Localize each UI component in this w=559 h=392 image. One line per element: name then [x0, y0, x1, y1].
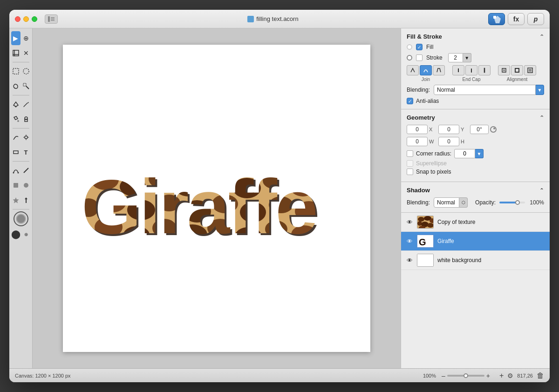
- geometry-chevron[interactable]: ⌃: [539, 115, 544, 121]
- stroke-number[interactable]: 2: [448, 53, 463, 62]
- svg-point-18: [25, 136, 27, 139]
- lasso-tool[interactable]: [11, 79, 20, 93]
- circle-select-tool[interactable]: [21, 64, 31, 78]
- layer-eye-white-background[interactable]: 👁: [406, 257, 413, 264]
- antialias-checkbox[interactable]: ✓: [407, 98, 413, 104]
- rect-tool[interactable]: [11, 145, 20, 159]
- sidebar-toggle-button[interactable]: [45, 14, 58, 24]
- line-tool[interactable]: [21, 163, 31, 177]
- canvas-area[interactable]: Giraffe Giraffe: [33, 28, 401, 368]
- endcap-round-btn[interactable]: [465, 65, 477, 75]
- stroke-arrow[interactable]: ▼: [463, 53, 471, 62]
- select-tool[interactable]: ▶: [11, 31, 20, 45]
- pen-tool[interactable]: [11, 97, 20, 111]
- shadow-blending-arrow[interactable]: ⬡: [459, 197, 468, 208]
- maximize-button[interactable]: [32, 16, 37, 22]
- crop-tool[interactable]: [11, 46, 20, 60]
- p-tool-button[interactable]: p: [527, 13, 544, 25]
- zoom-tool[interactable]: ⊕: [21, 31, 31, 45]
- shape-circle-tool[interactable]: [21, 178, 31, 192]
- antialias-row: ✓ Anti-alias: [407, 98, 544, 104]
- stroke-checkbox[interactable]: [416, 54, 423, 61]
- tool-row-7: [11, 130, 31, 144]
- close-button[interactable]: [15, 16, 20, 22]
- pencil-tool[interactable]: [21, 97, 31, 111]
- shape-tool-button[interactable]: [488, 13, 505, 25]
- y-group: Y: [438, 125, 466, 134]
- layer-eye-giraffe[interactable]: 👁: [406, 237, 413, 245]
- bezier-tool[interactable]: [11, 163, 20, 177]
- corner-radius-label: Corner radius:: [416, 150, 451, 157]
- layer-copy-texture[interactable]: 👁 Copy of texture: [401, 213, 550, 232]
- magic-wand-tool[interactable]: [21, 79, 31, 93]
- align-center-btn[interactable]: [511, 65, 523, 75]
- corner-radius-row: Corner radius: ▼: [407, 149, 544, 158]
- zoom-minus-btn[interactable]: –: [442, 372, 445, 379]
- svg-rect-85: [529, 69, 532, 72]
- join-section: Join: [407, 65, 544, 82]
- paintbucket-tool[interactable]: [11, 112, 20, 126]
- h-input[interactable]: [438, 137, 459, 146]
- superellipse-checkbox[interactable]: [407, 160, 413, 167]
- blending-arrow[interactable]: ▼: [536, 85, 544, 95]
- x-input[interactable]: [407, 125, 428, 134]
- text-tool[interactable]: T: [21, 145, 31, 159]
- zoom-slider-thumb[interactable]: [464, 373, 468, 378]
- align-inside-btn[interactable]: [498, 65, 510, 75]
- layer-giraffe[interactable]: 👁 G Giraffe: [401, 232, 550, 251]
- zoom-slider[interactable]: [447, 375, 484, 377]
- geometry-title: Geometry: [407, 114, 435, 121]
- endcap-butt-btn[interactable]: [452, 65, 464, 75]
- shadow-opacity-thumb[interactable]: [515, 200, 520, 205]
- stroke-value-group: 2 ▼: [448, 53, 471, 62]
- color-picker[interactable]: [14, 211, 28, 226]
- rotation-dot[interactable]: [490, 126, 497, 133]
- shadow-opacity-slider[interactable]: [499, 202, 525, 203]
- corner-radius-input[interactable]: [454, 149, 475, 158]
- arrow-tool[interactable]: [21, 193, 31, 207]
- settings-btn[interactable]: ⚙: [507, 372, 513, 379]
- transform-tool[interactable]: ✕: [21, 46, 31, 60]
- svg-point-28: [24, 183, 28, 188]
- minimize-button[interactable]: [23, 16, 29, 22]
- fill-row: ✓ Fill: [407, 44, 544, 50]
- delete-layer-btn[interactable]: 🗑: [537, 372, 544, 380]
- join-miter-btn[interactable]: [407, 65, 419, 75]
- fill-checkbox[interactable]: ✓: [416, 44, 423, 50]
- h-group: H: [438, 137, 466, 146]
- stamp-tool[interactable]: [21, 112, 31, 126]
- endcap-square-btn[interactable]: [478, 65, 491, 75]
- join-round-btn[interactable]: [420, 65, 432, 75]
- rotation-input[interactable]: [470, 125, 489, 134]
- foreground-color[interactable]: ⬤: [11, 227, 20, 241]
- svg-rect-3: [51, 20, 55, 21]
- fill-stroke-chevron[interactable]: ⌃: [539, 34, 544, 40]
- zoom-tool-2[interactable]: ⊕: [21, 227, 31, 241]
- snap-pixels-checkbox[interactable]: [407, 169, 413, 175]
- stroke-radio[interactable]: [407, 55, 412, 61]
- add-layer-btn[interactable]: +: [499, 372, 504, 380]
- align-outside-btn[interactable]: [524, 65, 536, 75]
- corner-radius-input-group: ▼: [454, 149, 484, 158]
- shadow-blending-select[interactable]: Normal: [434, 197, 459, 208]
- vector-tool[interactable]: [11, 130, 20, 144]
- star-tool[interactable]: [11, 193, 20, 207]
- join-bevel-btn[interactable]: [433, 65, 445, 75]
- geometry-header: Geometry ⌃: [407, 114, 544, 121]
- layer-eye-copy-texture[interactable]: 👁: [406, 218, 413, 226]
- fx-tool-button[interactable]: fx: [508, 13, 525, 25]
- rect-select-tool[interactable]: [11, 64, 20, 78]
- corner-radius-checkbox[interactable]: [407, 150, 413, 157]
- blending-select[interactable]: Normal: [434, 85, 536, 95]
- fill-radio[interactable]: [407, 44, 412, 50]
- w-input[interactable]: [407, 137, 428, 146]
- y-input[interactable]: [438, 125, 459, 134]
- shadow-chevron[interactable]: ⌃: [539, 187, 544, 194]
- zoom-plus-btn[interactable]: +: [486, 372, 490, 379]
- layer-white-background[interactable]: 👁 white background: [401, 251, 550, 270]
- shape-rect-tool[interactable]: [11, 178, 20, 192]
- coordinates: 817,26: [517, 373, 533, 378]
- corner-radius-arrow[interactable]: ▼: [475, 149, 484, 158]
- sun-tool[interactable]: [21, 130, 31, 144]
- svg-marker-31: [25, 197, 27, 199]
